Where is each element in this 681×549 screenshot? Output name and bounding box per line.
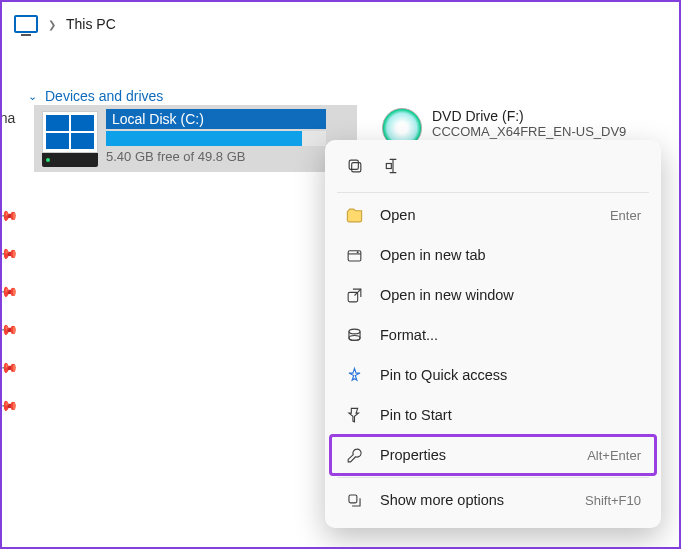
separator [337, 192, 649, 193]
menu-label: Open in new window [380, 287, 641, 303]
pin-icon: 📌 [0, 280, 24, 308]
menu-open-new-window[interactable]: Open in new window [333, 275, 653, 315]
drive-usage-bar [106, 131, 326, 146]
chevron-right-icon: ❯ [48, 19, 56, 30]
rename-icon[interactable] [383, 156, 403, 180]
menu-label: Show more options [380, 492, 569, 508]
menu-label: Properties [380, 447, 571, 463]
menu-hint: Shift+F10 [585, 493, 641, 508]
menu-label: Pin to Quick access [380, 367, 641, 383]
breadcrumb-title[interactable]: This PC [66, 16, 116, 32]
pin-icon: 📌 [0, 318, 24, 346]
svg-point-6 [349, 329, 360, 334]
menu-properties[interactable]: Properties Alt+Enter [333, 435, 653, 475]
section-header[interactable]: ⌄ Devices and drives [2, 46, 679, 112]
separator [337, 477, 649, 478]
svg-rect-0 [352, 163, 361, 172]
svg-rect-1 [349, 160, 358, 169]
svg-rect-2 [386, 164, 391, 169]
menu-label: Open in new tab [380, 247, 641, 263]
menu-label: Pin to Start [380, 407, 641, 423]
chevron-down-icon: ⌄ [28, 90, 37, 103]
context-menu: Open Enter Open in new tab Open in new w… [325, 140, 661, 528]
svg-rect-3 [348, 250, 361, 260]
svg-rect-8 [349, 494, 357, 502]
pin-icon: 📌 [0, 204, 24, 232]
drive-local-disk-c[interactable]: Local Disk (C:) 5.40 GB free of 49.8 GB [34, 105, 357, 172]
menu-open[interactable]: Open Enter [333, 195, 653, 235]
svg-point-4 [357, 251, 358, 252]
menu-hint: Enter [610, 208, 641, 223]
copy-icon[interactable] [345, 156, 365, 180]
nav-pane-edge: ona 📌 📌 📌 📌 📌 📌 [0, 110, 22, 438]
menu-pin-quick-access[interactable]: Pin to Quick access [333, 355, 653, 395]
breadcrumb-bar: ❯ This PC [2, 2, 679, 46]
pin-icon: 📌 [0, 394, 24, 422]
menu-format[interactable]: Format... [333, 315, 653, 355]
menu-show-more[interactable]: Show more options Shift+F10 [333, 480, 653, 520]
dvd-name: DVD Drive (F:) [432, 108, 626, 124]
menu-hint: Alt+Enter [587, 448, 641, 463]
menu-open-new-tab[interactable]: Open in new tab [333, 235, 653, 275]
drive-name: Local Disk (C:) [106, 109, 326, 129]
menu-label: Open [380, 207, 594, 223]
menu-pin-start[interactable]: Pin to Start [333, 395, 653, 435]
pin-icon: 📌 [0, 242, 24, 270]
drive-icon [42, 111, 98, 167]
svg-point-7 [349, 335, 360, 340]
partial-text: ona [0, 110, 22, 126]
drive-free-text: 5.40 GB free of 49.8 GB [106, 149, 357, 164]
pin-icon: 📌 [0, 356, 24, 384]
section-label: Devices and drives [45, 88, 163, 104]
menu-label: Format... [380, 327, 641, 343]
dvd-sub: CCCOMA_X64FRE_EN-US_DV9 [432, 124, 626, 139]
pc-icon [14, 15, 38, 33]
